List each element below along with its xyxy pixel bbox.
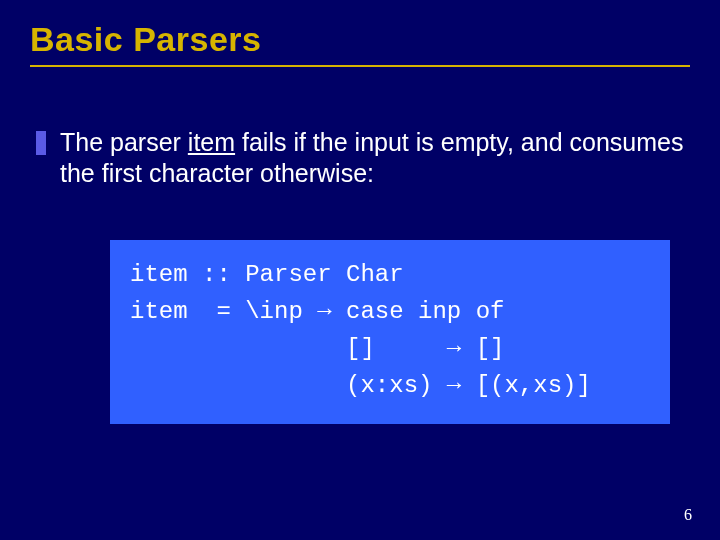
bullet-text: The parser item fails if the input is em… [60,127,690,190]
bullet-marker [36,131,46,155]
code-block: item :: Parser Char item = \inp → case i… [110,240,670,425]
code-line-1: item :: Parser Char [130,261,404,288]
bullet-text-underlined: item [188,128,235,156]
code-line-3: [] → [] [130,335,504,362]
bullet-item: The parser item fails if the input is em… [36,127,690,190]
slide: Basic Parsers The parser item fails if t… [0,0,720,540]
slide-title: Basic Parsers [30,20,690,59]
code-line-2: item = \inp → case inp of [130,298,504,325]
bullet-text-pre: The parser [60,128,188,156]
title-underline [30,65,690,67]
code-line-4: (x:xs) → [(x,xs)] [130,372,591,399]
page-number: 6 [684,506,692,524]
